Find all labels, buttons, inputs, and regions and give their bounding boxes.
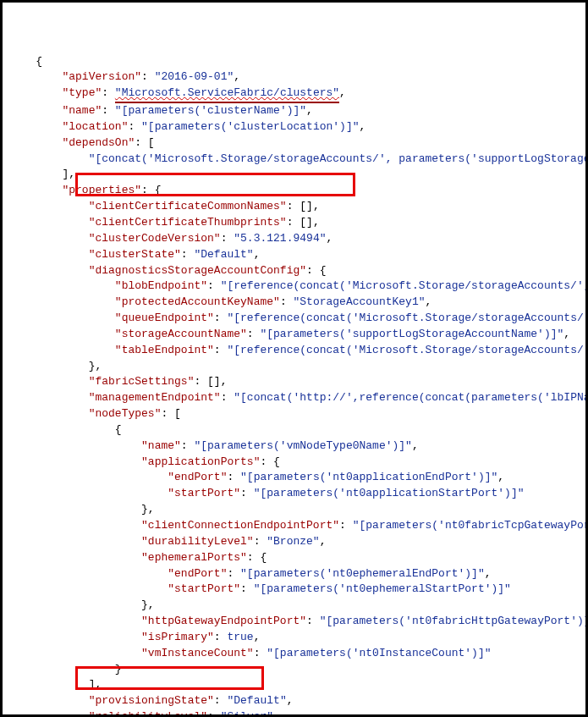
code-line: "clientConnectionEndpointPort": "[parame… [9,519,588,532]
code-line: "provisioningState": "Default", [9,694,294,707]
code-line: "diagnosticsStorageAccountConfig": { [9,264,326,277]
code-line: "fabricSettings": [], [9,375,227,388]
code-line: "[concat('Microsoft.Storage/storageAccou… [9,152,588,165]
code-line: "storageAccountName": "[parameters('supp… [9,328,570,340]
code-line: }, [9,503,155,516]
code-line: "protectedAccountKeyName": "StorageAccou… [9,295,431,308]
code-line: "startPort": "[parameters('nt0ephemeralS… [9,582,511,595]
code-line: }, [9,598,155,611]
code-line: "reliabilityLevel": "Silver", [9,710,280,717]
code-line: "ephemeralPorts": { [9,551,267,564]
code-line: "clientCertificateCommonNames": [], [9,200,320,212]
code-line: "queueEndpoint": "[reference(concat('Mic… [9,312,588,324]
code-line: "name": "[parameters('clusterName')]", [9,104,313,117]
code-line: "apiVersion": "2016-09-01", [9,70,240,83]
code-editor[interactable]: { "apiVersion": "2016-09-01", "type": "M… [3,3,585,717]
code-line: "vmInstanceCount": "[parameters('nt0Inst… [9,647,492,659]
code-line: "dependsOn": [ [9,136,155,149]
code-line: }, [9,360,102,372]
code-line: "tableEndpoint": "[reference(concat('Mic… [9,344,588,356]
code-line: "endPort": "[parameters('nt0ephemeralEnd… [9,567,492,580]
code-line: { [9,55,42,68]
code-line: "type": "Microsoft.ServiceFabric/cluster… [9,86,346,99]
code-line: "startPort": "[parameters('nt0applicatio… [9,487,525,499]
code-line: "name": "[parameters('vmNodeType0Name')]… [9,439,419,452]
code-line: "endPort": "[parameters('nt0applicationE… [9,471,504,483]
code-line: "clientCertificateThumbprints": [], [9,216,320,229]
code-line: "isPrimary": true, [9,631,261,643]
code-line: "httpGatewayEndpointPort": "[parameters(… [9,615,588,627]
code-line: ], [9,678,102,691]
code-line: "nodeTypes": [ [9,407,181,420]
code-line: "clusterState": "Default", [9,248,260,261]
code-line: "durabilityLevel": "Bronze", [9,535,327,548]
code-line: "blobEndpoint": "[reference(concat('Micr… [9,279,588,292]
code-line: "managementEndpoint": "[concat('http://'… [9,391,588,404]
code-line: { [9,423,122,436]
code-line: "clusterCodeVersion": "5.3.121.9494", [9,232,332,245]
code-line: "location": "[parameters('clusterLocatio… [9,120,365,133]
code-line: "applicationPorts": { [9,455,280,468]
code-line: ], [9,168,75,180]
code-line: } [9,663,122,676]
code-line: "properties": { [9,184,161,196]
